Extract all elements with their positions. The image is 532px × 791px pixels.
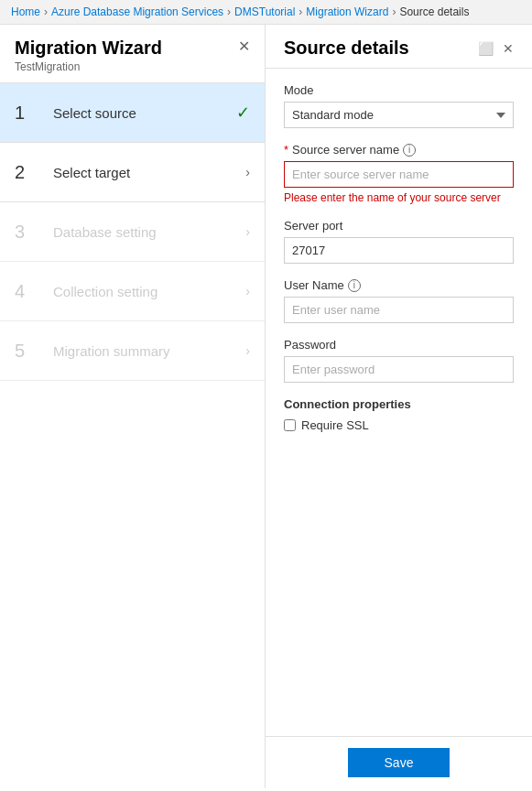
ssl-checkbox-group: Require SSL: [284, 418, 514, 432]
server-name-input[interactable]: [284, 161, 514, 188]
step-2-arrow-icon: ›: [245, 165, 250, 179]
server-name-info-icon[interactable]: i: [403, 144, 416, 157]
server-name-group: * Source server name i Please enter the …: [284, 143, 514, 204]
breadcrumb-current: Source details: [399, 5, 469, 18]
step-5-arrow-icon: ›: [245, 343, 250, 358]
details-panel: Source details ⬜ ✕ Mode Standard mode Co…: [266, 25, 532, 788]
mode-group: Mode Standard mode Connection string mod…: [284, 83, 514, 128]
breadcrumb: Home › Azure Database Migration Services…: [0, 0, 532, 25]
connection-properties-group: Connection properties Require SSL: [284, 397, 514, 432]
username-group: User Name i: [284, 278, 514, 323]
step-4-label: Collection setting: [53, 284, 245, 299]
breadcrumb-dms[interactable]: Azure Database Migration Services: [51, 5, 223, 18]
step-1-check-icon: ✓: [236, 103, 250, 123]
step-5-number: 5: [15, 338, 40, 363]
password-group: Password: [284, 338, 514, 383]
close-icon[interactable]: ✕: [503, 41, 514, 56]
details-footer: Save: [266, 736, 532, 788]
wizard-header: Migration Wizard TestMigration ✕: [0, 25, 265, 83]
wizard-step-5: 5 Migration summary ›: [0, 321, 265, 381]
breadcrumb-sep-2: ›: [227, 5, 231, 18]
wizard-step-4: 4 Collection setting ›: [0, 262, 265, 321]
details-header-icons: ⬜ ✕: [478, 41, 514, 56]
wizard-step-2[interactable]: 2 Select target ›: [0, 143, 265, 202]
connection-properties-label: Connection properties: [284, 397, 514, 411]
step-1-label: Select source: [53, 105, 236, 121]
details-title: Source details: [284, 38, 409, 59]
username-info-icon[interactable]: i: [348, 279, 361, 292]
username-label: User Name i: [284, 278, 514, 292]
wizard-title: Migration Wizard: [15, 38, 162, 59]
wizard-panel: Migration Wizard TestMigration ✕ 1 Selec…: [0, 25, 266, 788]
breadcrumb-sep-1: ›: [44, 5, 48, 18]
breadcrumb-sep-3: ›: [299, 5, 302, 18]
server-name-label-text: Source server name: [292, 143, 399, 157]
server-name-error: Please enter the name of your source ser…: [284, 191, 514, 204]
step-3-arrow-icon: ›: [245, 224, 250, 239]
ssl-label: Require SSL: [301, 418, 369, 432]
wizard-steps: 1 Select source ✓ 2 Select target › 3 Da…: [0, 83, 265, 788]
wizard-subtitle: TestMigration: [15, 60, 162, 73]
step-4-arrow-icon: ›: [245, 284, 250, 298]
username-input[interactable]: [284, 297, 514, 323]
step-5-label: Migration summary: [53, 343, 245, 359]
step-4-number: 4: [15, 278, 40, 304]
step-3-label: Database setting: [53, 224, 245, 240]
ssl-checkbox[interactable]: [284, 419, 296, 431]
password-input[interactable]: [284, 356, 514, 383]
wizard-step-3: 3 Database setting ›: [0, 202, 265, 262]
required-indicator: *: [284, 143, 288, 157]
breadcrumb-dmstutorial[interactable]: DMSTutorial: [234, 5, 295, 18]
password-label: Password: [284, 338, 514, 352]
step-1-number: 1: [15, 100, 40, 125]
server-port-label: Server port: [284, 219, 514, 233]
wizard-close-button[interactable]: ✕: [238, 38, 250, 55]
breadcrumb-home[interactable]: Home: [11, 5, 40, 18]
breadcrumb-sep-4: ›: [392, 5, 396, 18]
restore-icon[interactable]: ⬜: [478, 41, 494, 56]
username-label-text: User Name: [284, 278, 344, 292]
details-header: Source details ⬜ ✕: [266, 25, 532, 69]
step-2-number: 2: [15, 159, 40, 185]
mode-label: Mode: [284, 83, 514, 97]
step-3-number: 3: [15, 219, 40, 244]
server-port-group: Server port: [284, 219, 514, 264]
save-button[interactable]: Save: [348, 748, 451, 777]
step-2-label: Select target: [53, 165, 245, 180]
server-port-input[interactable]: [284, 237, 514, 264]
mode-select[interactable]: Standard mode Connection string mode: [284, 102, 514, 128]
wizard-step-1[interactable]: 1 Select source ✓: [0, 83, 265, 143]
breadcrumb-migration-wizard[interactable]: Migration Wizard: [306, 5, 388, 18]
details-form: Mode Standard mode Connection string mod…: [266, 69, 532, 736]
server-name-label: * Source server name i: [284, 143, 514, 157]
